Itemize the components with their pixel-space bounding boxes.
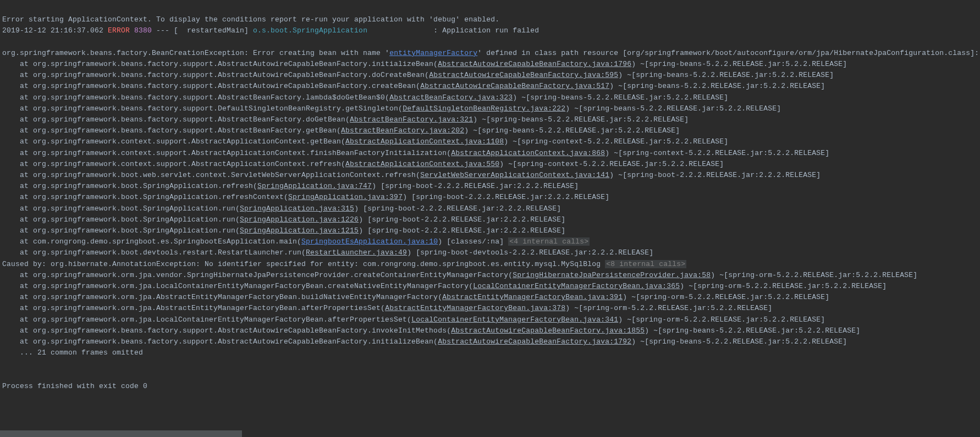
source-link[interactable]: ServletWebServerApplicationContext.java:… [420,171,609,179]
stack-frame: at org.springframework.orm.jpa.AbstractE… [2,304,385,312]
source-link[interactable]: SpringApplication.java:397 [288,193,403,201]
source-link[interactable]: RestartLauncher.java:49 [306,248,407,257]
source-link[interactable]: AbstractApplicationContext.java:868 [451,149,605,157]
stack-frame: at org.springframework.beans.factory.sup… [2,93,389,102]
stack-frame-tail: ) ~[spring-orm-5.2.2.RELEASE.jar:5.2.2.R… [618,316,825,324]
caused-by: Caused by: org.hibernate.AnnotationExcep… [2,260,605,268]
frames-omitted: ... 21 common frames omitted [2,349,143,357]
stack-frame: at org.springframework.boot.SpringApplic… [2,193,288,201]
stack-frame-tail: ) ~[spring-beans-5.2.2.RELEASE.jar:5.2.2… [631,60,847,68]
stack-frame-tail: ) ~[spring-beans-5.2.2.RELEASE.jar:5.2.2… [565,104,781,113]
source-link[interactable]: AbstractAutowireCapableBeanFactory.java:… [429,71,618,79]
pid: 8380 [130,26,152,35]
stack-frame: at org.springframework.context.support.A… [2,149,451,157]
stack-frame: at org.springframework.boot.SpringApplic… [2,226,240,235]
source-link[interactable]: LocalContainerEntityManagerFactoryBean.j… [473,282,680,290]
source-link[interactable]: SpringApplication.java:315 [240,204,354,213]
source-link[interactable]: SpringHibernateJpaPersistenceProvider.ja… [513,271,711,279]
bean-name-link[interactable]: entityManagerFactory [389,49,477,57]
logger-pad [367,26,433,35]
stack-frame-tail: ) ~[spring-context-5.2.2.RELEASE.jar:5.2… [504,137,728,146]
stack-frame-tail: ) [spring-boot-2.2.2.RELEASE.jar:2.2.2.R… [359,215,565,224]
console-output[interactable]: Error starting ApplicationContext. To di… [0,0,980,392]
source-link[interactable]: SpringApplication.java:747 [257,182,372,190]
source-link[interactable]: SpringApplication.java:1215 [240,226,359,235]
stack-frame: at org.springframework.boot.devtools.res… [2,248,306,257]
log-message: : Application run failed [433,26,539,35]
stack-frame-tail: ) ~[spring-orm-5.2.2.RELEASE.jar:5.2.2.R… [565,304,772,312]
stack-frame-tail: ) ~[spring-boot-2.2.2.RELEASE.jar:2.2.2.… [609,171,821,179]
stack-frame-tail: ) ~[spring-beans-5.2.2.RELEASE.jar:5.2.2… [631,338,847,346]
horizontal-scroll-thumb[interactable] [0,430,242,437]
stack-frame-tail: ) ~[spring-context-5.2.2.RELEASE.jar:5.2… [499,160,724,168]
stack-frame: at org.springframework.context.support.A… [2,137,345,146]
source-link[interactable]: AbstractBeanFactory.java:321 [350,115,473,124]
stack-frame: at org.springframework.boot.SpringApplic… [2,182,257,190]
logger-name: o.s.boot.SpringApplication [253,26,367,35]
stack-frame-tail: ) [spring-boot-2.2.2.RELEASE.jar:2.2.2.R… [403,193,609,201]
stack-frame-tail: ) ~[spring-beans-5.2.2.RELEASE.jar:5.2.2… [473,115,689,124]
stack-frame: at org.springframework.beans.factory.sup… [2,327,451,335]
horizontal-scrollbar[interactable] [0,430,980,437]
stack-frame-tail: ) [spring-boot-2.2.2.RELEASE.jar:2.2.2.R… [354,204,561,213]
stack-frame: at org.springframework.beans.factory.sup… [2,115,350,124]
source-link[interactable]: AbstractBeanFactory.java:323 [389,93,513,102]
stack-frame: at org.springframework.beans.factory.sup… [2,71,429,79]
source-link[interactable]: AbstractAutowireCapableBeanFactory.java:… [451,327,645,335]
stack-frame-tail: ) ~[spring-beans-5.2.2.RELEASE.jar:5.2.2… [513,93,728,102]
stack-frame: at org.springframework.beans.factory.sup… [2,60,438,68]
fold-internal-calls[interactable]: <8 internal calls> [605,260,686,268]
source-link[interactable]: AbstractApplicationContext.java:550 [345,160,499,168]
stack-frame: at org.springframework.beans.factory.sup… [2,126,341,135]
source-link[interactable]: AbstractAutowireCapableBeanFactory.java:… [420,82,609,90]
stack-frame-tail: ) ~[spring-beans-5.2.2.RELEASE.jar:5.2.2… [609,82,825,90]
source-link[interactable]: AbstractApplicationContext.java:1108 [345,137,504,146]
stack-frame: at org.springframework.boot.SpringApplic… [2,204,240,213]
exception-pre: org.springframework.beans.factory.BeanCr… [2,49,389,57]
stack-frame: at org.springframework.orm.jpa.LocalCont… [2,316,411,324]
exception-post: ' defined in class path resource [org/sp… [477,49,979,57]
source-link[interactable]: AbstractAutowireCapableBeanFactory.java:… [438,60,631,68]
stack-frame-tail: ) ~[spring-orm-5.2.2.RELEASE.jar:5.2.2.R… [711,271,917,279]
stack-frame-tail: ) [spring-boot-2.2.2.RELEASE.jar:2.2.2.R… [359,226,565,235]
stack-frame: at org.springframework.boot.web.servlet.… [2,171,420,179]
stack-frame-tail: ) ~[spring-orm-5.2.2.RELEASE.jar:5.2.2.R… [623,293,829,301]
source-link[interactable]: LocalContainerEntityManagerFactoryBean.j… [411,316,618,324]
source-link[interactable]: DefaultSingletonBeanRegistry.java:222 [403,104,565,113]
stack-frame: at org.springframework.orm.jpa.LocalCont… [2,282,473,290]
stack-frame: at org.springframework.beans.factory.sup… [2,82,420,90]
stack-frame: at com.rongrong.demo.springboot.es.Sprin… [2,237,301,246]
stack-frame: at org.springframework.beans.factory.sup… [2,104,403,113]
source-link[interactable]: SpringApplication.java:1226 [240,215,359,224]
stack-frame: at org.springframework.context.support.A… [2,160,345,168]
stack-frame: at org.springframework.boot.SpringApplic… [2,215,240,224]
stack-frame-tail: ) [spring-boot-devtools-2.2.2.RELEASE.ja… [407,248,653,257]
stack-frame-tail: ) ~[spring-context-5.2.2.RELEASE.jar:5.2… [605,149,829,157]
stack-frame-tail: ) [classes/:na] [438,237,508,246]
stack-frame: at org.springframework.orm.jpa.AbstractE… [2,293,442,301]
fold-internal-calls[interactable]: <4 internal calls> [508,237,590,246]
thread: --- [ restartedMain] [152,26,253,35]
timestamp: 2019-12-12 21:16:37.062 [2,26,108,35]
stack-frame-tail: ) [spring-boot-2.2.2.RELEASE.jar:2.2.2.R… [372,182,579,190]
stack-frame-tail: ) ~[spring-orm-5.2.2.RELEASE.jar:5.2.2.R… [680,282,887,290]
stack-frame: at org.springframework.orm.jpa.vendor.Sp… [2,271,513,279]
source-link[interactable]: AbstractEntityManagerFactoryBean.java:39… [442,293,623,301]
log-level-error: ERROR [108,26,130,35]
source-link-main[interactable]: SpringbootEsApplication.java:10 [301,237,438,246]
source-link[interactable]: AbstractAutowireCapableBeanFactory.java:… [438,338,631,346]
source-link[interactable]: AbstractEntityManagerFactoryBean.java:37… [385,304,565,312]
intro-line: Error starting ApplicationContext. To di… [2,15,499,24]
stack-frame-tail: ) ~[spring-beans-5.2.2.RELEASE.jar:5.2.2… [464,126,680,135]
stack-frame: at org.springframework.beans.factory.sup… [2,338,438,346]
exit-code-line: Process finished with exit code 0 [2,382,147,390]
stack-frame-tail: ) ~[spring-beans-5.2.2.RELEASE.jar:5.2.2… [645,327,860,335]
stack-frame-tail: ) ~[spring-beans-5.2.2.RELEASE.jar:5.2.2… [618,71,834,79]
source-link[interactable]: AbstractBeanFactory.java:202 [341,126,464,135]
